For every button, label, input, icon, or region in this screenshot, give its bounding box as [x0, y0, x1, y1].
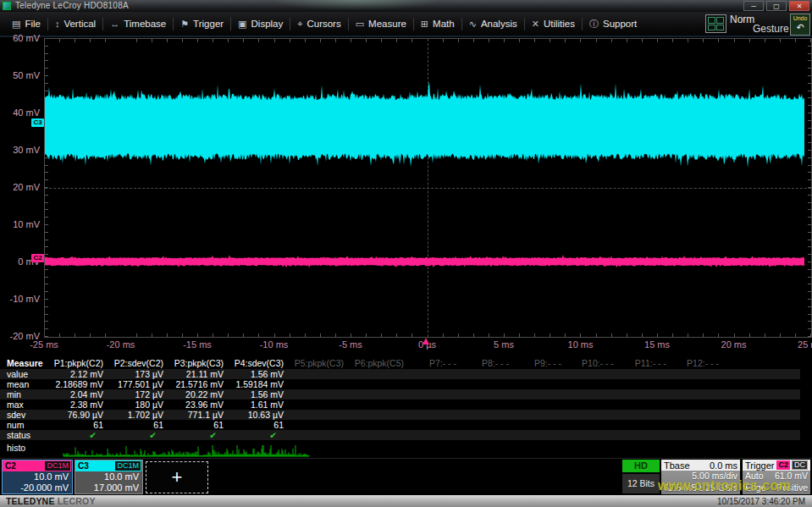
trace-c2[interactable] — [45, 255, 804, 268]
menu-item-measure[interactable]: ▭Measure — [349, 14, 413, 33]
measure-cell — [514, 389, 566, 400]
menu-bar: ▤File↕Vertical↔Timebase⚑Trigger▣Display⌖… — [0, 12, 812, 36]
measure-cell — [409, 420, 461, 430]
trigger-icon: ⚑ — [180, 19, 189, 30]
measure-cell — [514, 379, 566, 389]
trigger-label: Trigger — [745, 460, 774, 471]
trace-c3[interactable] — [45, 82, 804, 168]
y-axis-label: 10 mV — [0, 219, 40, 229]
close-button[interactable]: ✕ — [789, 1, 809, 11]
measure-col-header[interactable]: P3:pkpk(C3) — [168, 358, 229, 369]
brand-teledyne: TELEDYNE — [6, 496, 55, 506]
measure-row-label: num — [0, 420, 48, 430]
measure-cell — [349, 369, 409, 379]
measure-col-header[interactable]: P2:sdev(C2) — [108, 358, 168, 369]
measure-cell — [566, 410, 619, 420]
measure-col-header[interactable]: P8:- - - — [461, 358, 514, 369]
measure-cell — [349, 430, 409, 440]
measure-cell — [566, 389, 619, 400]
channel-c3-descriptor[interactable]: C3 DC1M 10.0 mV 17.000 mV — [75, 460, 143, 494]
measure-cell — [289, 430, 349, 440]
measure-col-header[interactable]: P7:- - - — [409, 358, 461, 369]
menu-item-label: Cursors — [307, 19, 340, 29]
menu-item-display[interactable]: ▣Display — [231, 14, 290, 33]
measure-row-min: min2.04 mV172 µV20.22 mV1.56 mV — [0, 389, 800, 400]
tbase-scale: 5.00 ms/div — [692, 471, 737, 482]
menu-item-support[interactable]: ⓘSupport — [583, 14, 644, 33]
measure-row-label: mean — [0, 379, 48, 389]
restore-button[interactable]: ▢ — [766, 1, 787, 11]
measure-cell — [409, 379, 461, 389]
menu-item-file[interactable]: ▤File — [5, 14, 47, 33]
measure-cell — [514, 400, 566, 410]
menu-divider — [0, 36, 812, 37]
app-icon — [3, 2, 11, 10]
measure-cell — [619, 369, 671, 379]
add-trace-button[interactable]: + — [146, 461, 208, 493]
channel-marker-c3[interactable]: C3 — [31, 118, 44, 127]
measure-cell — [461, 369, 514, 379]
measure-header-row: MeasureP1:pkpk(C2)P2:sdev(C2)P3:pkpk(C3)… — [0, 358, 800, 369]
measure-cell: ✔ — [229, 430, 289, 440]
menu-item-analysis[interactable]: ∿Analysis — [462, 14, 524, 33]
measure-cell — [409, 410, 461, 420]
channel-c2-descriptor[interactable]: C2 DC1M 10.0 mV -20.000 mV — [2, 460, 73, 494]
menu-item-cursors[interactable]: ⌖Cursors — [290, 14, 347, 33]
measure-cell: 2.04 mV — [48, 389, 108, 400]
measure-cell — [566, 430, 619, 440]
channel-c2-scale: 10.0 mV — [3, 471, 72, 482]
menu-item-vertical[interactable]: ↕Vertical — [48, 14, 102, 33]
window-controls: ─ ▢ ✕ — [743, 1, 809, 11]
timebase-box[interactable]: Tbase 0.0 ms 5.00 ms/div 62.5 MS 1.25 GS… — [661, 460, 740, 494]
measure-row-label: value — [0, 369, 48, 379]
measure-col-header[interactable]: P9:- - - — [514, 358, 566, 369]
measure-cell: 21.11 mV — [168, 369, 229, 379]
channel-marker-c2[interactable]: C2 — [31, 254, 44, 262]
menu-item-label: Timebase — [124, 19, 166, 29]
measure-cell: 2.38 mV — [48, 400, 108, 410]
hd-mode-badge[interactable]: HD — [622, 460, 660, 472]
brand-logo: TELEDYNE LECROY — [6, 496, 96, 506]
measure-cell: 177.501 µV — [108, 379, 168, 389]
measure-cell: 10.63 µV — [229, 410, 289, 420]
measure-cell: 20.22 mV — [168, 389, 229, 400]
x-axis-label: -5 ms — [321, 339, 380, 350]
trigger-time-marker[interactable] — [423, 338, 429, 344]
x-axis-label: 25 ms — [781, 339, 812, 350]
waveform-traces[interactable] — [45, 39, 811, 337]
measure-cell: 172 µV — [108, 389, 168, 400]
measure-cell — [671, 389, 724, 400]
undo-button[interactable]: Undo ↶ — [790, 14, 810, 36]
measure-cell: 2.18689 mV — [48, 379, 108, 389]
minimize-button[interactable]: ─ — [743, 1, 764, 11]
channel-c3-scale: 10.0 mV — [75, 471, 142, 482]
waveform-grid[interactable] — [44, 38, 812, 338]
plus-icon: + — [172, 466, 183, 488]
title-bar: Teledyne LeCroy HDO8108A ─ ▢ ✕ — [0, 0, 812, 12]
menu-item-label: Utilities — [544, 19, 575, 29]
measure-cell — [349, 400, 409, 410]
measure-col-header[interactable]: P6:pkpk(C5) — [349, 358, 409, 369]
measure-col-header[interactable]: P12:- - - — [671, 358, 724, 369]
menu-item-label: Math — [433, 19, 455, 29]
menu-item-utilities[interactable]: ✕Utilities — [525, 14, 582, 33]
measure-cell — [461, 410, 514, 420]
menu-item-math[interactable]: ⊞Math — [414, 14, 461, 33]
measure-cell — [289, 389, 349, 400]
menu-item-timebase[interactable]: ↔Timebase — [103, 14, 173, 33]
trigger-box[interactable]: Trigger C2 DC Auto 61.0 mV Edge Positive — [743, 460, 810, 494]
measure-col-header[interactable]: P1:pkpk(C2) — [48, 358, 108, 369]
channel-c3-coupling-badge: DC1M — [114, 460, 141, 471]
display-grid-button[interactable] — [705, 14, 726, 33]
window-title: Teledyne LeCroy HDO8108A — [15, 1, 129, 10]
measure-cell: 1.56 mV — [229, 389, 289, 400]
y-axis-label: 50 mV — [0, 70, 40, 80]
utilities-icon: ✕ — [532, 19, 539, 30]
menu-item-trigger[interactable]: ⚑Trigger — [174, 14, 230, 33]
tbase-label: Tbase — [664, 460, 690, 471]
measure-col-header[interactable]: P10:- - - — [566, 358, 619, 369]
measure-col-header[interactable]: P11:- - - — [619, 358, 671, 369]
measure-col-header[interactable]: P5:pkpk(C3) — [289, 358, 349, 369]
measure-row-num: num61616161 — [0, 420, 800, 430]
measure-col-header[interactable]: P4:sdev(C3) — [229, 358, 289, 369]
